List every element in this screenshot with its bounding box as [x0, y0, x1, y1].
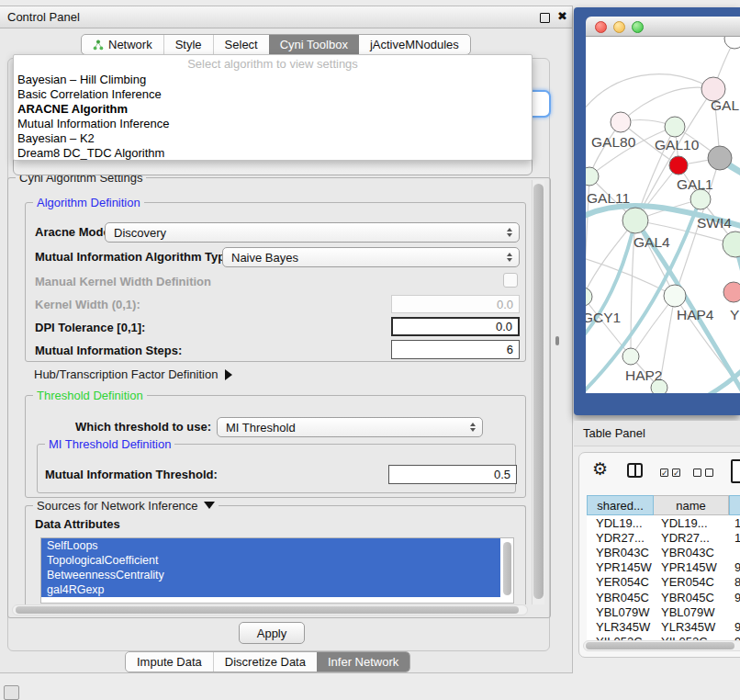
column-header-a[interactable]: A: [729, 495, 740, 515]
node-label-gal4: GAL4: [633, 234, 670, 250]
mi-steps-field[interactable]: 6: [391, 340, 520, 359]
spinner-arrows-icon: [507, 228, 512, 237]
table-row[interactable]: YBR043CYBR043C: [587, 545, 740, 559]
algorithm-option-aracne-algorithm[interactable]: ARACNE Algorithm: [17, 102, 528, 117]
settings-vscroll-thumb[interactable]: [533, 184, 544, 599]
tab-select[interactable]: Select: [213, 35, 269, 54]
table-cell: 9.: [729, 560, 740, 574]
close-window-icon[interactable]: [595, 21, 607, 33]
dpi-tolerance-field[interactable]: 0.0: [391, 317, 520, 336]
panel-corner-button[interactable]: [4, 685, 19, 700]
collapsed-arrow-icon: [225, 369, 232, 380]
mi-threshold-group: MI Threshold Definition Mutual Informati…: [37, 444, 516, 493]
minimize-window-icon[interactable]: [613, 21, 625, 33]
columns-icon[interactable]: [627, 463, 643, 478]
apply-button[interactable]: Apply: [239, 622, 305, 644]
network-node[interactable]: [708, 146, 732, 170]
float-panel-icon[interactable]: [540, 13, 550, 23]
attribute-item-betweennesscentrality[interactable]: BetweennessCentrality: [41, 568, 500, 582]
settings-hscroll-thumb[interactable]: [16, 606, 519, 614]
network-canvas[interactable]: GALGAL80GAL10GAL1GAL11SWI4GAL4GCY1HAP4YH…: [586, 37, 740, 393]
mi-threshold-field[interactable]: 0.5: [388, 465, 517, 484]
node-label-y: Y: [730, 307, 739, 322]
hub-transcription-section-toggle[interactable]: Hub/Transcription Factor Definition: [34, 367, 232, 381]
network-node[interactable]: [622, 348, 639, 365]
mi-type-value: Naive Bayes: [231, 251, 298, 265]
tab-infer-network[interactable]: Infer Network: [317, 652, 409, 672]
export-table-icon[interactable]: [731, 459, 740, 483]
close-icon[interactable]: ✖: [557, 9, 567, 23]
attribute-item-selfloops[interactable]: SelfLoops: [41, 538, 500, 553]
node-label-hap4: HAP4: [677, 307, 714, 322]
table-row[interactable]: YLR345WYLR345W9.: [587, 619, 740, 634]
network-view-frame[interactable]: GALGAL80GAL10GAL1GAL11SWI4GAL4GCY1HAP4YH…: [574, 7, 740, 415]
network-node[interactable]: [622, 208, 648, 233]
algorithm-dropdown: Select algorithm to view settings Bayesi…: [13, 54, 533, 161]
network-node[interactable]: [724, 37, 740, 49]
aracne-mode-select[interactable]: Discovery: [105, 222, 520, 243]
tab-jactivemnodules[interactable]: jActiveMNodules: [359, 35, 470, 54]
algorithm-option-bayesian-k2[interactable]: Bayesian – K2: [17, 131, 528, 146]
node-label-gal: GAL: [711, 97, 739, 113]
kernel-width-field[interactable]: 0.0: [391, 295, 520, 313]
algorithm-option-bayesian-hill-climbing[interactable]: Bayesian – Hill Climbing: [17, 73, 528, 87]
network-node[interactable]: [723, 282, 740, 302]
network-window-titlebar[interactable]: [586, 17, 740, 37]
which-threshold-select[interactable]: MI Threshold: [217, 417, 483, 437]
network-node[interactable]: [611, 112, 631, 132]
network-node[interactable]: [669, 156, 688, 175]
algorithm-option-mutual-information-inference[interactable]: Mutual Information Inference: [17, 117, 528, 131]
sources-group-title[interactable]: Sources for Network Inference: [33, 499, 219, 513]
table-hscrollbar[interactable]: [583, 640, 740, 651]
panel-splitter-handle[interactable]: [555, 336, 559, 345]
network-node[interactable]: [586, 288, 592, 306]
table-panel-title: Table Panel: [583, 426, 645, 440]
table-cell: 13: [729, 516, 740, 530]
network-edge[interactable]: [586, 220, 635, 297]
table-cell: YPR145W: [587, 560, 654, 574]
table-row[interactable]: YDL19...YDL19...13: [587, 515, 740, 530]
select-all-checks-icon[interactable]: ✓ ✓: [660, 469, 680, 477]
table-hscroll-thumb[interactable]: [586, 642, 734, 649]
network-node[interactable]: [690, 189, 711, 209]
table-cell: YDL19...: [587, 516, 654, 530]
network-edge[interactable]: [586, 257, 675, 296]
gear-icon[interactable]: ⚙: [592, 458, 608, 480]
node-label-gal11: GAL11: [587, 190, 630, 206]
table-row[interactable]: YBR045CYBR045C9.: [587, 590, 740, 604]
manual-kernel-checkbox[interactable]: [503, 273, 518, 288]
tab-cyni-toolbox[interactable]: Cyni Toolbox: [269, 35, 359, 54]
cyni-algorithm-settings-group: Cyni Algorithm Settings Algorithm Defini…: [7, 177, 551, 618]
tab-style[interactable]: Style: [163, 35, 213, 54]
table-row[interactable]: YER054CYER054C8.: [587, 575, 740, 590]
attribute-item-topologicalcoefficient[interactable]: TopologicalCoefficient: [41, 553, 500, 568]
deselect-all-checks-icon[interactable]: [693, 469, 713, 477]
attributes-vscroll-thumb[interactable]: [503, 542, 511, 595]
table-cell: YBL079W: [587, 605, 654, 619]
settings-hscrollbar[interactable]: [12, 604, 528, 615]
attribute-item-gal4rgexp[interactable]: gal4RGexp: [41, 582, 500, 597]
column-header-name[interactable]: name: [654, 495, 729, 515]
tab-discretize-data[interactable]: Discretize Data: [213, 652, 317, 672]
table-row[interactable]: YBL079WYBL079W: [587, 604, 740, 619]
zoom-window-icon[interactable]: [632, 21, 644, 33]
algorithm-option-basic-correlation-inference[interactable]: Basic Correlation Inference: [17, 87, 528, 102]
network-node[interactable]: [664, 285, 686, 307]
column-header-shared[interactable]: shared...: [587, 495, 654, 515]
tab-network[interactable]: Network: [82, 35, 163, 54]
network-node[interactable]: [665, 117, 685, 137]
table-cell: YBR045C: [654, 591, 729, 604]
settings-vscrollbar[interactable]: [532, 180, 544, 604]
table-row[interactable]: YPR145WYPR145W9.: [587, 560, 740, 575]
table-row[interactable]: YDR27...YDR27...12: [587, 530, 740, 545]
mi-type-label: Mutual Information Algorithm Type:: [35, 250, 236, 264]
network-edge[interactable]: [621, 87, 713, 122]
network-node[interactable]: [723, 231, 740, 257]
sources-title-text: Sources for Network Inference: [37, 499, 198, 513]
table-panel-titlebar: Table Panel: [574, 421, 740, 446]
tab-impute-data[interactable]: Impute Data: [126, 652, 213, 672]
algorithm-option-dream8-dc-tdc-algorithm[interactable]: Dream8 DC_TDC Algorithm: [17, 146, 528, 161]
table-cell: YLR345W: [587, 620, 654, 634]
mi-type-select[interactable]: Naive Bayes: [222, 247, 520, 267]
network-edge[interactable]: [586, 74, 713, 114]
